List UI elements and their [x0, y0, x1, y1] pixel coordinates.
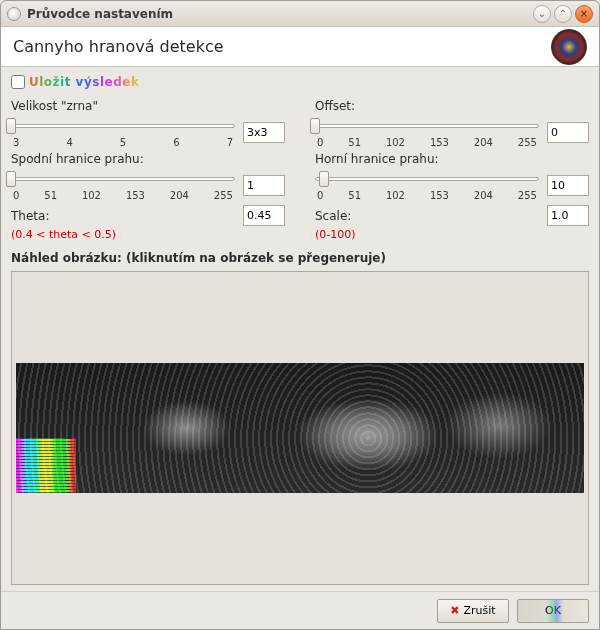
- logo-icon: [551, 29, 587, 65]
- cancel-icon: ✖: [450, 604, 459, 617]
- slider-thumb[interactable]: [319, 171, 329, 187]
- minimize-button[interactable]: ⌄: [533, 5, 551, 23]
- upper-threshold-input[interactable]: [547, 175, 589, 196]
- save-result-checkbox[interactable]: [11, 75, 25, 89]
- save-result-row: Uložit výsledek: [11, 75, 589, 89]
- grain-field: Velikost "zrna" 3 4 5 6 7: [11, 99, 285, 148]
- slider-thumb[interactable]: [6, 118, 16, 134]
- dialog-header: Cannyho hranová detekce: [1, 27, 599, 67]
- theta-hint: (0.4 < theta < 0.5): [11, 228, 285, 241]
- lower-threshold-input[interactable]: [243, 175, 285, 196]
- offset-input[interactable]: [547, 122, 589, 143]
- scale-hint: (0-100): [315, 228, 589, 241]
- cancel-button[interactable]: ✖ Zrušit: [437, 599, 509, 623]
- theta-input[interactable]: [243, 205, 285, 226]
- page-title: Cannyho hranová detekce: [13, 37, 551, 56]
- upper-threshold-field: Horní hranice prahu: 0 51 102 153 204: [315, 152, 589, 201]
- close-button[interactable]: ×: [575, 5, 593, 23]
- slider-thumb[interactable]: [6, 171, 16, 187]
- lower-threshold-label: Spodní hranice prahu:: [11, 152, 285, 166]
- lower-threshold-field: Spodní hranice prahu: 0 51 102 153 204: [11, 152, 285, 201]
- theta-label: Theta:: [11, 209, 49, 223]
- preview-label: Náhled obrázku: (kliknutím na obrázek se…: [11, 251, 589, 265]
- scale-label: Scale:: [315, 209, 351, 223]
- dialog-window: Průvodce nastavením ⌄ ⌃ × Cannyho hranov…: [0, 0, 600, 630]
- upper-threshold-ticks: 0 51 102 153 204 255: [315, 190, 539, 201]
- save-result-label: Uložit výsledek: [29, 75, 139, 89]
- grain-label: Velikost "zrna": [11, 99, 285, 113]
- grain-ticks: 3 4 5 6 7: [11, 137, 235, 148]
- dialog-footer: ✖ Zrušit OK: [1, 591, 599, 629]
- lower-threshold-slider[interactable]: [11, 170, 235, 186]
- preview-image[interactable]: [16, 363, 584, 493]
- upper-threshold-label: Horní hranice prahu:: [315, 152, 589, 166]
- offset-slider[interactable]: [315, 117, 539, 133]
- window-title: Průvodce nastavením: [27, 7, 530, 21]
- upper-threshold-slider[interactable]: [315, 170, 539, 186]
- maximize-button[interactable]: ⌃: [554, 5, 572, 23]
- preview-box: [11, 271, 589, 585]
- grain-input[interactable]: [243, 122, 285, 143]
- titlebar[interactable]: Průvodce nastavením ⌄ ⌃ ×: [1, 1, 599, 27]
- slider-thumb[interactable]: [310, 118, 320, 134]
- offset-field: Offset: 0 51 102 153 204 25: [315, 99, 589, 148]
- app-icon: [7, 7, 21, 21]
- controls-grid: Velikost "zrna" 3 4 5 6 7: [11, 99, 589, 241]
- scale-input[interactable]: [547, 205, 589, 226]
- ok-button-label: OK: [545, 604, 561, 617]
- offset-label: Offset:: [315, 99, 589, 113]
- content-area: Uložit výsledek Velikost "zrna" 3 4: [1, 67, 599, 591]
- grain-slider[interactable]: [11, 117, 235, 133]
- lower-threshold-ticks: 0 51 102 153 204 255: [11, 190, 235, 201]
- cancel-button-label: Zrušit: [464, 604, 496, 617]
- ok-button[interactable]: OK: [517, 599, 589, 623]
- scale-field: Scale: (0-100): [315, 205, 589, 241]
- offset-ticks: 0 51 102 153 204 255: [315, 137, 539, 148]
- theta-field: Theta: (0.4 < theta < 0.5): [11, 205, 285, 241]
